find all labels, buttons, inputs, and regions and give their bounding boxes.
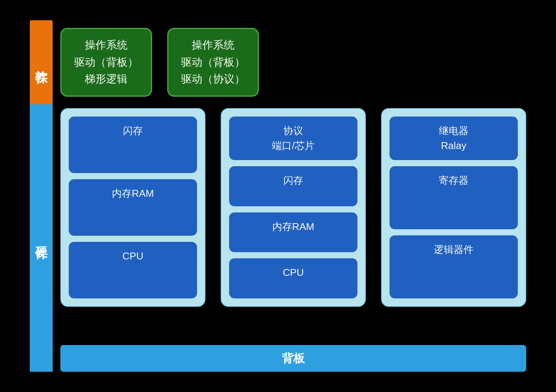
cpu-1-label: CPU <box>123 250 144 262</box>
cpu-2-box: CPU <box>229 258 357 298</box>
cpu-2-label: CPU <box>283 267 304 278</box>
hw-container-1: 闪存 内存RAM CPU <box>60 108 205 307</box>
sw-box-2-text: 操作系统驱动（背板）驱动（协议） <box>181 39 245 85</box>
sw-box-1: 操作系统驱动（背板）梯形逻辑 <box>60 28 152 97</box>
flash-1-box: 闪存 <box>69 117 197 173</box>
ram-1-box: 内存RAM <box>69 179 197 236</box>
main-diagram: 软件 硬件 操作系统驱动（背板）梯形逻辑 操作系统驱动（背板）驱动（协议） 闪存 <box>30 20 526 372</box>
register-box: 寄存器 <box>390 166 518 229</box>
logic-label: 逻辑器件 <box>434 244 474 255</box>
left-bar: 软件 硬件 <box>30 20 53 372</box>
flash-2-label: 闪存 <box>283 175 303 186</box>
ram-2-box: 内存RAM <box>229 212 357 253</box>
sw-box-2: 操作系统驱动（背板）驱动（协议） <box>167 28 259 97</box>
cpu-1-box: CPU <box>69 242 197 298</box>
backplane-row: 背板 <box>60 345 526 372</box>
register-label: 寄存器 <box>439 175 469 186</box>
protocol-chip-box: 协议端口/芯片 <box>229 117 357 160</box>
hw-container-3: 继电器Ralay 寄存器 逻辑器件 <box>381 108 526 307</box>
main-content: 操作系统驱动（背板）梯形逻辑 操作系统驱动（背板）驱动（协议） 闪存 内存RAM… <box>53 20 526 372</box>
hardware-row: 闪存 内存RAM CPU 协议端口/芯片 闪存 内存RAM <box>60 104 526 372</box>
hardware-label: 硬件 <box>33 236 50 240</box>
software-label: 软件 <box>33 61 50 64</box>
sw-box-1-text: 操作系统驱动（背板）梯形逻辑 <box>74 39 138 85</box>
relay-box: 继电器Ralay <box>390 117 518 160</box>
hw-container-2: 协议端口/芯片 闪存 内存RAM CPU <box>221 108 366 307</box>
relay-label: 继电器Ralay <box>439 125 469 151</box>
logic-box: 逻辑器件 <box>390 235 518 298</box>
ram-2-label: 内存RAM <box>272 221 314 232</box>
backplane-label: 背板 <box>282 351 305 366</box>
software-row: 操作系统驱动（背板）梯形逻辑 操作系统驱动（背板）驱动（协议） <box>60 20 526 104</box>
ram-1-label: 内存RAM <box>112 188 154 199</box>
flash-1-label: 闪存 <box>123 125 143 136</box>
protocol-chip-label: 协议端口/芯片 <box>272 125 314 151</box>
software-label-bar: 软件 <box>30 20 53 104</box>
hardware-label-bar: 硬件 <box>30 104 53 372</box>
flash-2-box: 闪存 <box>229 166 357 206</box>
